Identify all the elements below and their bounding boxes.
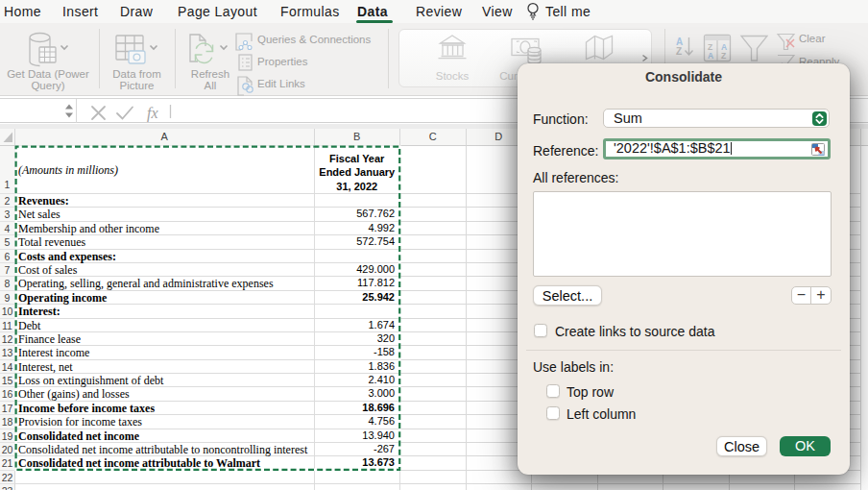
svg-text:Z: Z	[676, 46, 682, 57]
svg-text:A: A	[708, 51, 713, 61]
svg-text:fx: fx	[147, 105, 158, 122]
svg-text:Z: Z	[721, 51, 726, 61]
